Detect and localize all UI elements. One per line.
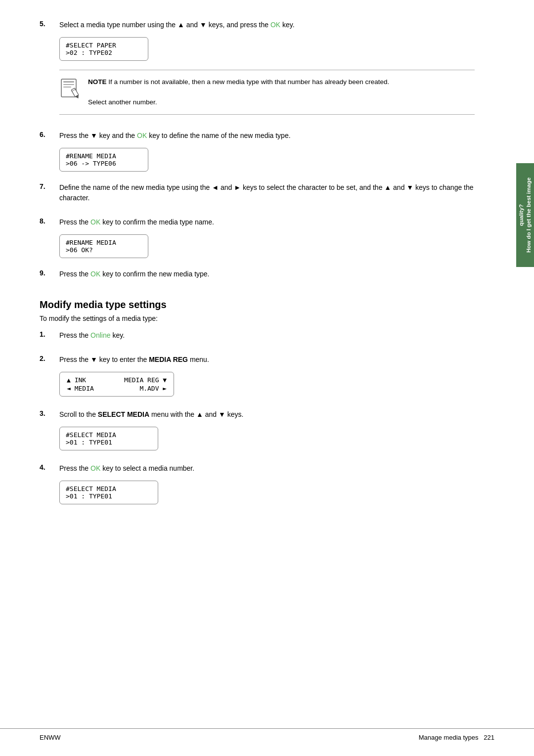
modify-step-number-3: 3. [40, 409, 59, 417]
step-7-text: Define the name of the new media type us… [59, 182, 475, 203]
step-6-text: Press the ▼ key and the OK key to define… [59, 131, 475, 141]
step-6-before: Press the ▼ key and the [59, 132, 137, 139]
modify-step-1: 1. Press the Online key. [40, 330, 475, 346]
modify-step-number-1: 1. [40, 330, 59, 338]
step-5-text-after: key. [280, 21, 295, 29]
step-8-after: key to confirm the media type name. [100, 218, 214, 226]
m1-after: key. [111, 331, 125, 339]
screen-r1-left: ▲ INK [67, 376, 109, 384]
screen-line2: >06 -> TYPE06 [66, 160, 142, 167]
modify-step-number-2: 2. [40, 355, 59, 362]
step-number-7: 7. [40, 182, 59, 190]
step-number-6: 6. [40, 131, 59, 138]
m3-before: Scroll to the [59, 410, 98, 418]
step-8: 8. Press the OK key to confirm the media… [40, 217, 475, 260]
svg-rect-2 [63, 84, 74, 85]
footer-right-text: Manage media types [419, 734, 479, 741]
svg-rect-3 [63, 87, 71, 88]
m2-after: menu. [188, 356, 209, 363]
step-5: 5. Select a media type number using the … [40, 20, 475, 122]
modify-step-3-text: Scroll to the SELECT MEDIA menu with the… [59, 409, 475, 420]
modify-step-1-text: Press the Online key. [59, 330, 475, 341]
screen-line2: >06 OK? [66, 246, 142, 254]
note-label: NOTE [88, 78, 107, 86]
section-heading: Modify media type settings [40, 299, 475, 311]
step-5-text: Select a media type number using the ▲ a… [59, 20, 475, 30]
modify-step-4-text: Press the OK key to select a media numbe… [59, 463, 475, 474]
note-icon [59, 77, 81, 99]
step-5-ok: OK [270, 21, 280, 29]
step-9-ok: OK [90, 270, 100, 278]
screen-media-reg: ▲ INK MEDIA REG ▼ ◄ MEDIA M.ADV ► [59, 372, 174, 397]
step-number-5: 5. [40, 20, 59, 28]
screen-line2: >02 : TYPE02 [66, 49, 142, 56]
footer-page: 221 [484, 734, 494, 741]
m4-after: key to select a media number. [100, 464, 194, 472]
m1-online: Online [90, 331, 110, 339]
step-8-content: Press the OK key to confirm the media ty… [59, 217, 475, 260]
screen-line1: #SELECT MEDIA [66, 431, 116, 439]
step-9-content: Press the OK key to confirm the new medi… [59, 269, 475, 284]
modify-step-4: 4. Press the OK key to select a media nu… [40, 463, 475, 508]
step-5-content: Select a media type number using the ▲ a… [59, 20, 475, 122]
step-7-content: Define the name of the new media type us… [59, 182, 475, 208]
side-tab-text: How do I get the best image quality? [518, 163, 533, 267]
note-box: NOTE If a number is not available, then … [59, 70, 475, 115]
step-6-ok: OK [137, 132, 147, 139]
footer-left: ENWW [40, 734, 61, 741]
step-8-text: Press the OK key to confirm the media ty… [59, 217, 475, 227]
screen-line2: >01 : TYPE01 [66, 492, 112, 500]
step-7: 7. Define the name of the new media type… [40, 182, 475, 208]
footer: ENWW Manage media types 221 [0, 728, 534, 746]
note-sub: Select another number. [88, 98, 157, 106]
m4-before: Press the [59, 464, 90, 472]
screen-line1: #SELECT MEDIA [66, 485, 116, 492]
step-9-before: Press the [59, 270, 90, 278]
svg-rect-1 [63, 81, 74, 83]
m2-bold: MEDIA REG [149, 356, 188, 363]
section-intro: To modify the settings of a media type: [40, 314, 475, 322]
step-6: 6. Press the ▼ key and the OK key to def… [40, 131, 475, 174]
step-8-before: Press the [59, 218, 90, 226]
m2-before: Press the ▼ key to enter the [59, 356, 149, 363]
step-6-after: key to define the name of the new media … [147, 132, 290, 139]
m4-ok: OK [90, 464, 100, 472]
step-number-8: 8. [40, 217, 59, 225]
screen-rename-media-2: #RENAME MEDIA >06 OK? [59, 234, 148, 258]
screen-line1: #RENAME MEDIA [66, 152, 142, 160]
modify-step-4-content: Press the OK key to select a media numbe… [59, 463, 475, 508]
screen-select-media-1: #SELECT MEDIA >01 : TYPE01 [59, 427, 158, 450]
step-8-ok: OK [90, 218, 100, 226]
side-tab: How do I get the best image quality? [516, 163, 534, 267]
screen-r2-right: M.ADV ► [124, 385, 167, 392]
step-9: 9. Press the OK key to confirm the new m… [40, 269, 475, 284]
modify-step-2-content: Press the ▼ key to enter the MEDIA REG m… [59, 355, 475, 400]
footer-right: Manage media types 221 [419, 734, 494, 741]
step-number-9: 9. [40, 269, 59, 277]
step-9-text: Press the OK key to confirm the new medi… [59, 269, 475, 279]
modify-step-number-4: 4. [40, 463, 59, 471]
screen-line1: #SELECT PAPER [66, 42, 142, 49]
step-5-text-before: Select a media type number using the ▲ a… [59, 21, 270, 29]
modify-step-3-content: Scroll to the SELECT MEDIA menu with the… [59, 409, 475, 454]
modify-step-2-text: Press the ▼ key to enter the MEDIA REG m… [59, 355, 475, 365]
m3-after: menu with the ▲ and ▼ keys. [149, 410, 243, 418]
modify-step-1-content: Press the Online key. [59, 330, 475, 346]
modify-step-2: 2. Press the ▼ key to enter the MEDIA RE… [40, 355, 475, 400]
step-9-after: key to confirm the new media type. [100, 270, 209, 278]
modify-step-3: 3. Scroll to the SELECT MEDIA menu with … [40, 409, 475, 454]
screen-r1-right: MEDIA REG ▼ [124, 376, 167, 384]
screen-select-media-2: #SELECT MEDIA >01 : TYPE01 [59, 481, 158, 504]
screen-rename-media-1: #RENAME MEDIA >06 -> TYPE06 [59, 148, 148, 172]
screen-line2: >01 : TYPE01 [66, 439, 112, 446]
m3-bold: SELECT MEDIA [98, 410, 149, 418]
screen-r2-left: ◄ MEDIA [67, 385, 109, 392]
pencil-paper-icon [59, 77, 81, 99]
m1-before: Press the [59, 331, 90, 339]
step-6-content: Press the ▼ key and the OK key to define… [59, 131, 475, 174]
screen-line1: #RENAME MEDIA [66, 239, 142, 246]
screen-select-paper: #SELECT PAPER >02 : TYPE02 [59, 37, 148, 61]
note-text: NOTE If a number is not available, then … [88, 77, 389, 107]
note-body: If a number is not available, then a new… [107, 78, 390, 86]
